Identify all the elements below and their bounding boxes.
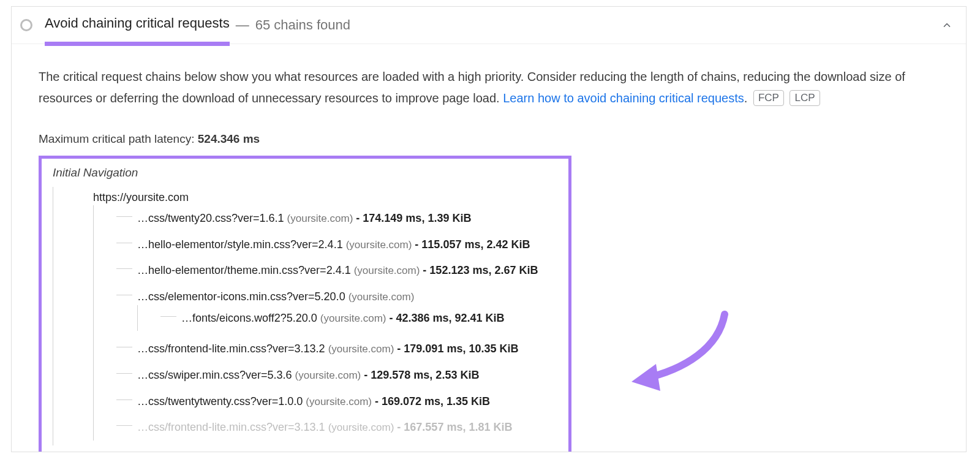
chain-origin: (yoursite.com) (320, 312, 386, 324)
dash-separator: - (412, 238, 421, 251)
chain-metrics: 169.072 ms, 1.35 KiB (382, 395, 490, 407)
chain-metrics: 129.578 ms, 2.53 KiB (371, 369, 479, 381)
audit-panel: Avoid chaining critical requests — 65 ch… (11, 6, 967, 452)
chain-metrics: 167.557 ms, 1.81 KiB (404, 421, 512, 433)
chain-path[interactable]: …css/frontend-lite.min.css?ver=3.13.2 (137, 343, 328, 355)
chain-path[interactable]: …fonts/eicons.woff2?5.20.0 (181, 312, 320, 324)
dash-separator: - (372, 395, 382, 407)
separator: — (236, 17, 249, 33)
description-suffix: . (744, 91, 748, 105)
latency-value: 524.346 ms (198, 132, 260, 145)
audit-count: 65 chains found (255, 17, 350, 33)
tree-root-label: Initial Navigation (53, 166, 557, 180)
audit-header[interactable]: Avoid chaining critical requests — 65 ch… (12, 7, 966, 44)
tag-lcp: LCP (790, 90, 820, 106)
annotation-arrow-icon (627, 311, 731, 391)
chain-origin: (yoursite.com) (306, 396, 372, 407)
dash-separator: - (420, 264, 429, 276)
chevron-up-icon[interactable] (941, 20, 952, 31)
chain-path[interactable]: …css/swiper.min.css?ver=5.3.6 (137, 369, 295, 381)
chain-path[interactable]: …css/elementor-icons.min.css?ver=5.20.0 (137, 290, 349, 303)
audit-body: The critical request chains below show y… (12, 44, 966, 452)
chain-origin: (yoursite.com) (328, 422, 394, 433)
dash-separator: - (394, 343, 404, 355)
chain-metrics: 115.057 ms, 2.42 KiB (421, 238, 530, 251)
latency-label: Maximum critical path latency: (39, 132, 198, 145)
chain-origin: (yoursite.com) (295, 369, 361, 381)
request-chain-tree: Initial Navigation https://yoursite.com … (39, 156, 571, 452)
chain-origin: (yoursite.com) (287, 213, 353, 224)
status-circle-icon (20, 19, 32, 31)
tag-fcp: FCP (753, 90, 784, 106)
chain-path[interactable]: …hello-elementor/style.min.css?ver=2.4.1 (137, 238, 346, 251)
chain-path[interactable]: …css/twentytwenty.css?ver=1.0.0 (137, 395, 306, 407)
chain-path[interactable]: …hello-elementor/theme.min.css?ver=2.4.1 (137, 264, 354, 276)
dash-separator: - (394, 421, 404, 433)
dash-separator: - (353, 212, 363, 224)
chain-path[interactable]: …css/frontend-lite.min.css?ver=3.13.1 (137, 421, 328, 433)
chain-origin: (yoursite.com) (349, 291, 415, 303)
chain-origin: (yoursite.com) (354, 265, 420, 276)
chain-path[interactable]: …css/twenty20.css?ver=1.6.1 (137, 212, 287, 224)
chain-metrics: 179.091 ms, 10.35 KiB (404, 343, 518, 355)
chain-origin: (yoursite.com) (346, 239, 412, 251)
dash-separator: - (386, 312, 396, 324)
chain-origin: (yoursite.com) (328, 343, 394, 355)
chain-metrics: 42.386 ms, 92.41 KiB (396, 312, 505, 324)
audit-description: The critical request chains below show y… (39, 66, 939, 109)
chain-metrics: 152.123 ms, 2.67 KiB (429, 264, 538, 276)
dash-separator: - (361, 369, 371, 381)
tree-root-url[interactable]: https://yoursite.com (93, 191, 189, 203)
chain-metrics: 174.149 ms, 1.39 KiB (363, 212, 471, 224)
audit-title: Avoid chaining critical requests (45, 15, 230, 35)
max-latency: Maximum critical path latency: 524.346 m… (39, 132, 939, 146)
learn-more-link[interactable]: Learn how to avoid chaining critical req… (503, 91, 744, 105)
